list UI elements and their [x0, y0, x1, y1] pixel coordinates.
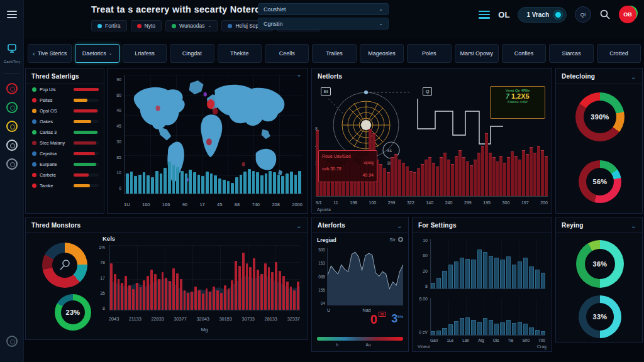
bar: [535, 330, 540, 335]
chevron-down-icon[interactable]: ⌄: [631, 74, 636, 79]
legend-item-eurparle: Eurparle: [26, 159, 104, 170]
watch-toggle-pill[interactable]: 1 Vrach: [518, 7, 567, 23]
tick-label: 28133: [265, 316, 277, 322]
legend-dot-icon: [32, 151, 36, 156]
bar: [240, 175, 243, 194]
legend-label: Tamke: [40, 183, 70, 189]
chevron-down-icon[interactable]: ⌄: [397, 223, 402, 228]
bar: [158, 279, 160, 310]
legend-bar: [74, 152, 99, 155]
bar: [458, 150, 462, 196]
networks-stat-box: Yerst Qe 4Rlle 71,2X5 Klasse mWr: [490, 86, 545, 119]
sidebar-menu-icon[interactable]: [7, 11, 17, 18]
tick-label: S00: [522, 338, 530, 343]
header: Treat ta s acerery with secarty Notercio…: [24, 0, 644, 39]
panel-title: Detecloing: [562, 73, 595, 80]
filter-dot-icon: [228, 24, 232, 28]
tab-label: Siarcas: [562, 50, 580, 57]
tab-confies[interactable]: Confies: [502, 44, 546, 63]
settings-bar-chart-top: [430, 239, 545, 289]
bar: [526, 154, 529, 196]
filter-chip-fortira[interactable]: Fortira: [91, 20, 127, 31]
menu-icon[interactable]: [479, 11, 490, 19]
filter-chip-wunaodas[interactable]: Wunaodas⌄: [165, 20, 218, 31]
bar: [541, 273, 545, 288]
tab-thekite[interactable]: Thekite: [218, 44, 262, 63]
bar: [206, 172, 209, 194]
sidebar-item-settings-icon[interactable]: [6, 336, 18, 347]
filter-chip-nyto[interactable]: Nyto: [131, 20, 162, 31]
bar: [271, 272, 274, 310]
bar: [180, 171, 184, 194]
bar: [213, 287, 215, 310]
map-bar-chart: [126, 157, 301, 194]
dropdown-coushiet[interactable]: Coushiet⌄: [258, 3, 389, 15]
tab-ceells[interactable]: Ceells: [265, 44, 309, 63]
legend-label: Carlas 3: [40, 129, 70, 135]
bar: [506, 320, 511, 335]
bar: [176, 167, 179, 194]
sidebar-item-alert-icon[interactable]: [6, 83, 18, 94]
bar: [143, 172, 146, 194]
tick-label: 740: [252, 202, 260, 207]
tab-poles[interactable]: Poles: [407, 44, 451, 63]
search-icon[interactable]: [599, 9, 611, 20]
qi-badge[interactable]: QI: [575, 6, 591, 23]
tab-tive-sterics[interactable]: ‹Tive Sterics: [28, 44, 72, 63]
bar: [164, 168, 167, 194]
bar: [198, 290, 201, 310]
tick-label: 30377: [174, 316, 186, 322]
bar: [465, 317, 470, 335]
dropdown-cgnstin[interactable]: Cgnstin⌄: [258, 18, 389, 30]
sidebar-item-clock-icon[interactable]: [6, 158, 18, 170]
bar: [220, 293, 223, 310]
tab-siarcas[interactable]: Siarcas: [549, 44, 593, 63]
bar: [496, 162, 499, 197]
node-badge-q[interactable]: Q: [423, 87, 432, 96]
bar: [154, 274, 157, 310]
bar: [281, 176, 284, 194]
avatar[interactable]: OB: [619, 6, 636, 23]
alerts-area-chart: [327, 248, 403, 305]
tick-label: 21133: [129, 316, 142, 322]
bar: [134, 176, 137, 194]
tab-crotted[interactable]: Crotted: [597, 44, 641, 63]
monitors-chart: [109, 245, 300, 310]
panel-title: Netlorts: [318, 73, 342, 80]
legend-dot-icon: [32, 109, 36, 113]
bar: [451, 164, 454, 196]
sidebar-item-chat-icon[interactable]: [6, 140, 18, 151]
chevron-down-icon[interactable]: ⌄: [296, 223, 302, 228]
bar: [172, 165, 175, 194]
bar: [187, 293, 189, 310]
tab-lriafess[interactable]: Lriafess: [123, 44, 167, 63]
legend-item-oakes: Oakes: [26, 116, 104, 127]
monitors-x-axis: 2043211332283330377320433015330733281333…: [109, 316, 300, 322]
bar: [471, 260, 475, 288]
tab-trailes[interactable]: Trailes: [312, 44, 356, 63]
bar: [477, 322, 482, 335]
toggle-icon[interactable]: [553, 10, 563, 19]
tab-cingdat[interactable]: Cingdat: [170, 44, 214, 63]
sidebar-item-refresh-icon[interactable]: [6, 121, 18, 132]
settings-y-axis-bottom: 8.000 cV: [414, 297, 428, 334]
tab-bar: ‹Tive StericsDaetorics⌄LriafessCingdatTh…: [28, 44, 641, 63]
sidebar-item-shield-icon[interactable]: [6, 102, 18, 113]
chevron-down-icon[interactable]: ⌄: [631, 223, 636, 228]
tooltip-line: 49.94: [322, 172, 374, 178]
tick-label: 30153: [219, 316, 232, 322]
legend-bar: [74, 184, 99, 187]
tab-mageosles[interactable]: Mageosles: [360, 44, 404, 63]
tick-label: 200: [540, 200, 548, 205]
tick-label: 10: [416, 238, 428, 243]
bar: [282, 276, 285, 310]
tab-marsi-opowy[interactable]: Marsi Opowy: [455, 44, 499, 63]
bar: [269, 171, 272, 194]
donut-hole: 390%: [584, 101, 616, 133]
donut-value: 23%: [66, 309, 80, 316]
node-badge-ei[interactable]: Ei: [321, 87, 331, 96]
bar: [286, 173, 289, 194]
severity-gradient-bar: [317, 337, 403, 341]
tab-daetorics[interactable]: Daetorics⌄: [75, 44, 119, 63]
bar: [136, 283, 138, 310]
